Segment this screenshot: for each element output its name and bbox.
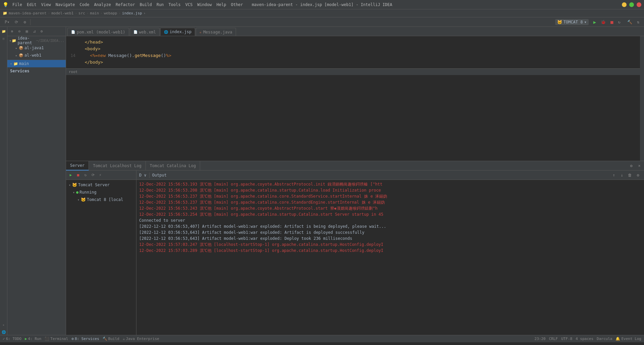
run-button[interactable]: ▶ [591, 18, 598, 26]
services-run-icon[interactable]: ▶ [67, 172, 74, 179]
status-java-enterprise[interactable]: ☕ Java Enterprise [123, 337, 159, 341]
code-breadcrumb: root [66, 68, 644, 75]
tree-node-main[interactable]: ▾ 📁 main [7, 60, 66, 67]
services-stop-icon[interactable]: ■ [75, 172, 81, 179]
strip-structure-icon[interactable]: ⊞ [1, 36, 7, 42]
status-indent[interactable]: 4 spaces [576, 337, 593, 341]
status-todo[interactable]: ✓ 6: TODO [3, 337, 21, 341]
menu-refactor[interactable]: Refactor [114, 2, 137, 8]
toolbar-config-btn[interactable]: ⚙ [21, 18, 28, 26]
status-run[interactable]: ▶ 4: Run [25, 337, 41, 341]
sidebar-toolbar: ⊕ ⊖ ▤ ⊿ ⚙ [7, 27, 66, 36]
code-line-14: 14 <%=new Message().getMessage()%> [66, 52, 644, 59]
menu-build[interactable]: Build [138, 2, 154, 8]
services-deploy-icon[interactable]: ⚡ [97, 172, 104, 179]
debug-button[interactable]: 🐞 [599, 18, 608, 26]
panel-close-icon[interactable]: × [636, 162, 643, 169]
status-bar-right: 23:20 CRLF UTF-8 4 spaces Darcula 🔔 Even… [534, 337, 641, 341]
status-services[interactable]: ⚙ 8: Services [71, 337, 99, 341]
output-settings-btn[interactable]: ⚙ [635, 172, 641, 179]
strip-favorites-icon[interactable]: ★ [1, 322, 7, 328]
sidebar-expand-btn[interactable]: ⊕ [9, 28, 15, 35]
toolbar-project-btn[interactable]: P▾ [3, 18, 11, 26]
menu-vcs[interactable]: VCS [183, 2, 195, 8]
strip-project-icon[interactable]: 📁 [1, 28, 7, 34]
tab-message-java[interactable]: ☕ Message.java [196, 28, 236, 36]
breadcrumb-part-5[interactable]: index.jsp [122, 11, 142, 15]
breadcrumb-part-3[interactable]: main [90, 11, 99, 15]
title-bar: 💡 File Edit View Navigate Code Analyze R… [0, 0, 644, 9]
services-update-icon[interactable]: ⟳ [90, 172, 96, 179]
menu-help[interactable]: Help [215, 2, 228, 8]
editor-tabs: 📄 pom.xml (model-web1) 📄 web.xml 🌐 index… [66, 27, 644, 36]
panel-tab-localhost-log[interactable]: Tomcat Localhost Log [89, 161, 146, 170]
code-editor[interactable]: </head> <body> 14 <%=new Message().getMe… [66, 36, 644, 161]
tab-message-java-label: Message.java [203, 30, 232, 34]
menu-edit[interactable]: Edit [25, 2, 39, 8]
services-restart-icon[interactable]: ↻ [82, 172, 89, 179]
menu-run[interactable]: Run [155, 2, 166, 8]
output-content: 12-Dec-2022 15:56:53.193 淇℃他 [main] org.… [136, 180, 644, 335]
status-terminal[interactable]: ⬛ Terminal [45, 337, 68, 341]
build-button[interactable]: 🔨 [625, 18, 634, 26]
tomcat-selector[interactable]: 🐱 TOMCAT 8 ▾ [555, 19, 589, 25]
output-direction-label[interactable]: D ∨ [139, 173, 147, 178]
toolbar-sync-btn[interactable]: ⟳ [13, 18, 20, 26]
maximize-button[interactable] [629, 2, 634, 7]
tab-index-jsp[interactable]: 🌐 index.jsp [160, 28, 195, 36]
stop-button[interactable]: ■ [608, 18, 615, 26]
menu-code[interactable]: Code [78, 2, 92, 8]
tree-node-idea-parent[interactable]: ▾ 📁 idea-parent ~/IDEA/IDEA... [7, 37, 66, 44]
status-build[interactable]: 🔨 Build [103, 337, 119, 341]
panel-settings-icon[interactable]: ⚙ [628, 162, 635, 169]
top-toolbar: P▾ ⟳ ⚙ 🐱 TOMCAT 8 ▾ ▶ 🐞 ■ ↻ 🔨 ⇅ [0, 17, 644, 27]
breadcrumb-part-1[interactable]: model-web1 [51, 11, 73, 15]
sidebar-filter-btn[interactable]: ⊿ [31, 28, 38, 35]
status-event-log[interactable]: 🔔 Event Log [616, 337, 641, 341]
output-label: Output [152, 173, 167, 178]
menu-analyze[interactable]: Analyze [92, 2, 113, 8]
sidebar-collapse-btn[interactable]: ⊖ [16, 28, 23, 35]
menu-navigate[interactable]: Navigate [54, 2, 77, 8]
sidebar-group-btn[interactable]: ▤ [23, 28, 30, 35]
tree-node-al-java1[interactable]: ▸ 📦 al-java1 [7, 44, 66, 52]
menu-file[interactable]: File [10, 2, 24, 8]
breadcrumb-part-0[interactable]: maven-idea-parent [9, 11, 47, 15]
services-tree-tomcat-server[interactable]: ▾ 🐱 Tomcat Server [66, 181, 136, 189]
update-button[interactable]: ⇅ [635, 18, 641, 26]
services-tree-running[interactable]: ▾ ● Running [66, 189, 136, 196]
breadcrumb-part-2[interactable]: src [78, 11, 85, 15]
output-toolbar-actions: ↑ ↓ 🗑 ⚙ [610, 172, 641, 179]
code-content: </head> <body> 14 <%=new Message().getMe… [66, 36, 644, 68]
output-scroll-down-btn[interactable]: ↓ [619, 172, 625, 179]
menu-bar: File Edit View Navigate Code Analyze Ref… [10, 2, 245, 8]
status-line-ending[interactable]: CRLF [549, 337, 558, 341]
close-button[interactable] [637, 2, 641, 7]
tab-web-xml[interactable]: 📄 web.xml [130, 28, 160, 36]
status-position[interactable]: 23:20 [534, 337, 545, 341]
status-encoding[interactable]: UTF-8 [561, 337, 572, 341]
log-line-9: [2022-12-12 03:56:53,643] Artifact model… [139, 235, 641, 242]
tree-node-al-web1[interactable]: ▸ 📦 al-web1 [7, 52, 66, 59]
panel-tab-catalina-log[interactable]: Tomcat Catalina Log [146, 161, 200, 170]
panel-tab-server[interactable]: Server [66, 161, 89, 170]
log-line-10: 12-Dec-2022 15:57:03.247 淇℃他 [localhost-… [139, 242, 641, 248]
menu-tools[interactable]: Tools [167, 2, 183, 8]
services-tree-tomcat8[interactable]: ▾ 🐱 Tomcat 8 [local [66, 196, 136, 203]
sidebar-settings-btn[interactable]: ⚙ [38, 28, 45, 35]
project-icon: 📁 [3, 11, 7, 15]
menu-view[interactable]: View [39, 2, 53, 8]
panel-tab-icons: ⚙ × [628, 162, 644, 169]
status-theme[interactable]: Darcula [597, 337, 612, 341]
menu-window[interactable]: Window [195, 2, 214, 8]
output-scroll-up-btn[interactable]: ↑ [610, 172, 617, 179]
breadcrumb-part-4[interactable]: webapp [104, 11, 117, 15]
output-clear-btn[interactable]: 🗑 [627, 172, 633, 179]
menu-other[interactable]: Other [229, 2, 245, 8]
status-bar: ✓ 6: TODO ▶ 4: Run ⬛ Terminal ⚙ 8: Servi… [0, 335, 644, 342]
reload-button[interactable]: ↻ [616, 18, 623, 26]
minimize-button[interactable] [622, 2, 627, 7]
toolbar-sep-1 [30, 19, 31, 25]
strip-web-icon[interactable]: 🌐 [1, 329, 7, 335]
tab-pom-xml[interactable]: 📄 pom.xml (model-web1) [67, 28, 129, 36]
